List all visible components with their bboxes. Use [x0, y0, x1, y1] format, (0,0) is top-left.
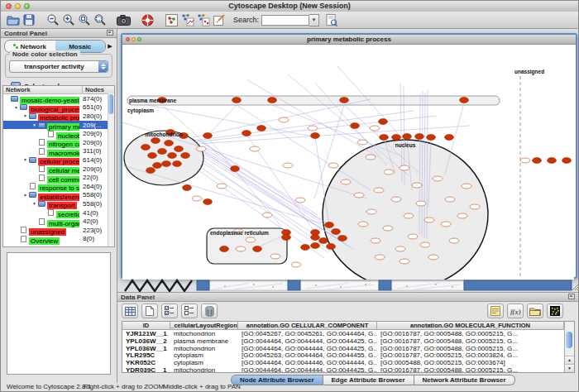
- graph-node[interactable]: [268, 98, 277, 103]
- graph-node-unselected[interactable]: [217, 184, 227, 189]
- control-panel-header[interactable]: Control Panel: [1, 29, 117, 38]
- select-attributes-icon[interactable]: [161, 304, 178, 318]
- graph-node-unselected[interactable]: [391, 197, 401, 202]
- graph-node-unselected[interactable]: [462, 184, 471, 189]
- graph-node[interactable]: [168, 153, 177, 159]
- graph-node[interactable]: [242, 131, 251, 136]
- graph-node[interactable]: [403, 134, 412, 140]
- graph-node-unselected[interactable]: [370, 126, 380, 131]
- graph-node[interactable]: [327, 244, 336, 250]
- graph-node-unselected[interactable]: [270, 254, 280, 259]
- graph-node-unselected[interactable]: [283, 163, 293, 168]
- graph-node-unselected[interactable]: [366, 155, 376, 160]
- table-row[interactable]: YDR039C__1mitochondrion[GO:0044464, GO:0…: [122, 366, 564, 372]
- zoom-fit-icon[interactable]: [92, 13, 108, 27]
- data-panel-header[interactable]: Data Panel: [117, 293, 578, 302]
- float-data-panel-icon[interactable]: [568, 294, 575, 299]
- graph-node-unselected[interactable]: [433, 176, 443, 181]
- table-column-header[interactable]: annotation.GO MOLECULAR_FUNCTION: [377, 322, 564, 330]
- graph-node-unselected[interactable]: [441, 222, 451, 227]
- tree-scrollbar[interactable]: [108, 93, 114, 246]
- float-panel-icon[interactable]: [107, 30, 113, 36]
- graph-node-unselected[interactable]: [358, 222, 368, 227]
- graph-node-unselected[interactable]: [246, 237, 256, 242]
- window-titlebar[interactable]: Cytoscape Desktop (New Session): [1, 1, 578, 12]
- graph-node-unselected[interactable]: [308, 126, 318, 131]
- graph-node-unselected[interactable]: [354, 193, 364, 198]
- zoom-selected-icon[interactable]: [76, 13, 92, 27]
- graph-node-unselected[interactable]: [279, 117, 289, 122]
- annotation-icon[interactable]: [211, 13, 227, 27]
- graph-node-unselected[interactable]: [262, 213, 272, 218]
- graph-node[interactable]: [173, 161, 182, 167]
- unselect-attributes-icon[interactable]: [181, 304, 198, 318]
- table-scrollbar-thumb[interactable]: [566, 332, 572, 348]
- zoom-out-icon[interactable]: [45, 13, 60, 27]
- graph-node[interactable]: [325, 222, 334, 228]
- analyze-network-icon[interactable]: [195, 13, 211, 27]
- expand-arrow-icon[interactable]: ▼: [22, 157, 29, 162]
- graph-node-unselected[interactable]: [371, 238, 380, 243]
- graph-node-unselected[interactable]: [408, 234, 418, 239]
- graph-node-unselected[interactable]: [412, 183, 422, 188]
- expand-arrow-icon[interactable]: ▼: [12, 105, 20, 110]
- expand-arrow-icon[interactable]: ▼: [22, 113, 29, 118]
- graph-node-unselected[interactable]: [445, 197, 455, 202]
- graph-node[interactable]: [203, 133, 213, 139]
- graph-node[interactable]: [311, 235, 320, 241]
- network-view-titlebar[interactable]: primary metabolic process: [122, 35, 576, 45]
- formula-icon[interactable]: f(x): [507, 304, 524, 318]
- graph-node-unselected[interactable]: [383, 226, 393, 231]
- region-plasma-membrane[interactable]: [127, 96, 500, 105]
- graph-node[interactable]: [351, 123, 360, 129]
- graph-node[interactable]: [153, 163, 162, 169]
- delete-attribute-icon[interactable]: [201, 304, 218, 318]
- graph-node[interactable]: [311, 133, 320, 139]
- graph-node[interactable]: [445, 135, 454, 141]
- scroll-down-icon[interactable]: ▼: [565, 364, 574, 372]
- graph-node[interactable]: [183, 185, 192, 191]
- graph-node-unselected[interactable]: [295, 198, 305, 203]
- expand-arrow-icon[interactable]: ▼: [22, 193, 29, 198]
- graph-node[interactable]: [311, 243, 320, 249]
- graph-node-unselected[interactable]: [250, 146, 260, 151]
- graph-node[interactable]: [340, 98, 349, 103]
- graph-node[interactable]: [148, 153, 157, 159]
- search-input[interactable]: [261, 15, 309, 26]
- graph-node[interactable]: [533, 158, 542, 164]
- new-attribute-icon[interactable]: [141, 304, 158, 318]
- zoom-in-icon[interactable]: [60, 13, 76, 27]
- search-dropdown-icon[interactable]: ▼: [309, 14, 319, 26]
- tab-overflow-button[interactable]: ▶: [106, 43, 114, 50]
- graph-node[interactable]: [548, 158, 557, 164]
- graph-node[interactable]: [427, 135, 436, 141]
- graph-node-unselected[interactable]: [366, 209, 376, 214]
- graph-node-unselected[interactable]: [424, 218, 434, 222]
- birds-eye-view-panel[interactable]: [7, 252, 111, 375]
- graph-node-unselected[interactable]: [291, 262, 301, 267]
- graph-node-unselected[interactable]: [404, 213, 414, 218]
- tree-column-nodes[interactable]: Nodes: [83, 86, 114, 93]
- graph-node-unselected[interactable]: [395, 246, 405, 251]
- graph-node-unselected[interactable]: [374, 188, 384, 193]
- graph-node[interactable]: [562, 158, 572, 164]
- graph-node[interactable]: [253, 246, 262, 252]
- table-row[interactable]: YPL036W__2plasma membrane[GO:0044464, GO…: [122, 337, 564, 345]
- expand-arrow-icon[interactable]: ▼: [31, 122, 38, 127]
- table-row[interactable]: YJR121W__1mitochondrion[GO:0045267, GO:0…: [122, 330, 564, 337]
- graph-node[interactable]: [141, 145, 151, 151]
- graph-node-unselected[interactable]: [192, 196, 202, 201]
- region-nucleus[interactable]: [323, 140, 488, 280]
- table-column-header[interactable]: _cellularLayoutRegion: [170, 322, 238, 330]
- graph-node[interactable]: [301, 245, 310, 251]
- table-column-header[interactable]: annotation.GO CELLULAR_COMPONENT: [238, 322, 377, 330]
- graph-node[interactable]: [162, 161, 171, 167]
- graph-node-unselected[interactable]: [400, 259, 409, 264]
- graph-node-unselected[interactable]: [328, 163, 338, 168]
- graph-node[interactable]: [380, 135, 389, 141]
- tree-scrollbar-thumb[interactable]: [108, 94, 113, 114]
- graph-node[interactable]: [203, 199, 213, 205]
- table-row[interactable]: YPL036W__1mitochondrion[GO:0044464, GO:0…: [122, 345, 564, 352]
- graph-node-unselected[interactable]: [428, 255, 438, 260]
- graph-node-unselected[interactable]: [384, 170, 394, 174]
